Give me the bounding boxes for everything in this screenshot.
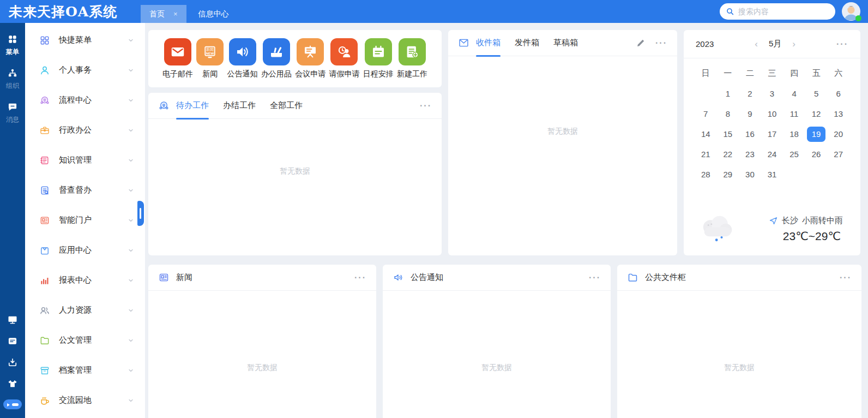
sidebar-item-smart-portal[interactable]: 智能门户 [25, 205, 145, 235]
chevron-down-icon [128, 37, 134, 44]
envelope-icon [458, 37, 469, 49]
calendar-day[interactable]: 9 [739, 104, 761, 124]
quick-item-office-supplies[interactable]: 办公用品 [261, 38, 292, 79]
compose-pencil-icon[interactable] [636, 38, 646, 47]
calendar-day[interactable]: 28 [695, 164, 717, 184]
tab-inbox[interactable]: 收件箱 [476, 30, 501, 56]
quick-item-label: 新闻 [202, 69, 218, 79]
sidebar-item-report-center[interactable]: 报表中心 [25, 265, 145, 295]
mail-empty-state: 暂无数据 [448, 56, 677, 255]
calendar-day[interactable]: 21 [695, 144, 717, 164]
sidebar-item-label: 行政办公 [59, 125, 92, 135]
calendar-day[interactable]: 23 [739, 144, 761, 164]
rail-item-menu[interactable]: 菜单 [6, 34, 19, 57]
calendar-day[interactable]: 2 [739, 83, 761, 104]
calendar-day[interactable]: 26 [805, 144, 828, 164]
tab-finished-work[interactable]: 办结工作 [223, 93, 256, 119]
monitor-icon[interactable] [7, 314, 18, 325]
sidebar-item-knowledge-mgmt[interactable]: 知识管理 [25, 145, 145, 175]
calendar-day[interactable]: 29 [717, 164, 739, 184]
calendar-day[interactable]: 8 [717, 104, 739, 124]
more-options-icon[interactable]: ··· [420, 101, 432, 110]
sidebar-item-personal-affairs[interactable]: 个人事务 [25, 55, 145, 85]
theme-shirt-icon[interactable] [7, 378, 18, 389]
quick-item-announcements[interactable]: 公告通知 [227, 38, 258, 79]
chevron-down-icon [128, 397, 134, 404]
tab-drafts[interactable]: 草稿箱 [553, 30, 578, 56]
next-month-icon[interactable]: › [792, 39, 795, 49]
more-options-icon[interactable]: ··· [354, 273, 366, 282]
quick-item-meeting-request[interactable]: 会议申请 [295, 38, 326, 79]
quick-item-news[interactable]: 新闻NEW 新闻 [196, 38, 224, 79]
calendar-day[interactable]: 13 [827, 104, 849, 124]
calendar-day[interactable]: 17 [761, 124, 783, 144]
quick-item-new-task[interactable]: 新建工作 [397, 38, 427, 79]
calendar-day[interactable]: 3 [761, 83, 783, 104]
weekday-label: 日 [695, 63, 717, 83]
grid-menu-icon [7, 34, 18, 45]
sidebar-item-admin-office[interactable]: 行政办公 [25, 115, 145, 145]
search-box[interactable] [720, 3, 835, 20]
calendar-day[interactable]: 18 [783, 124, 805, 144]
folder-icon [39, 335, 50, 346]
tab-all-work[interactable]: 全部工作 [270, 93, 303, 119]
calendar-day[interactable]: 15 [717, 124, 739, 144]
rail-collapse-toggle[interactable] [3, 399, 22, 409]
sidebar-item-exchange-forum[interactable]: 交流园地 [25, 385, 145, 415]
prev-month-icon[interactable]: ‹ [755, 39, 758, 49]
calendar-day[interactable]: 24 [761, 144, 783, 164]
calendar-day[interactable]: 12 [805, 104, 828, 124]
calendar-day[interactable]: 5 [805, 83, 828, 104]
left-rail: 菜单 组织 消息 [0, 23, 25, 418]
tab-outbox[interactable]: 发件箱 [515, 30, 539, 56]
sidebar-item-hr[interactable]: 人力资源 [25, 295, 145, 325]
calendar-day[interactable]: 25 [783, 144, 805, 164]
rail-item-org[interactable]: 组织 [6, 68, 19, 91]
calendar-day[interactable]: 6 [827, 83, 849, 104]
tab-home-close-icon[interactable]: × [173, 10, 178, 18]
tab-home[interactable]: 首页 × [141, 5, 186, 23]
quick-item-schedule[interactable]: 日程安排 [363, 38, 394, 79]
search-input[interactable] [738, 7, 829, 16]
rail-item-messages[interactable]: 消息 [6, 101, 19, 124]
calendar-day-selected[interactable]: 19 [807, 127, 825, 142]
chevron-down-icon [128, 307, 134, 314]
notes-card-icon[interactable] [7, 336, 18, 347]
todo-tabs: 待办工作 办结工作 全部工作 [176, 93, 303, 119]
tab-pending-work[interactable]: 待办工作 [176, 93, 209, 119]
more-options-icon[interactable]: ··· [836, 40, 848, 49]
sidebar-item-label: 应用中心 [59, 245, 92, 255]
weekday-label: 二 [739, 63, 761, 83]
avatar[interactable] [842, 2, 860, 21]
calendar-day[interactable]: 27 [827, 144, 849, 164]
tab-info-center[interactable]: 信息中心 [186, 5, 241, 23]
calendar-day[interactable]: 1 [717, 83, 739, 104]
sidebar-item-label: 智能门户 [59, 215, 92, 225]
sidebar-item-official-docs[interactable]: 公文管理 [25, 325, 145, 355]
sidebar-item-app-center[interactable]: 应用中心 [25, 235, 145, 265]
calendar-day[interactable]: 11 [783, 104, 805, 124]
quick-item-email[interactable]: 电子邮件 [162, 38, 193, 79]
calendar-day[interactable]: 10 [761, 104, 783, 124]
sidebar-item-supervision[interactable]: 督查督办 [25, 175, 145, 205]
quick-item-leave-request[interactable]: 请假申请 [329, 38, 359, 79]
more-options-icon[interactable]: ··· [655, 39, 667, 47]
sidebar-item-quick-menu[interactable]: 快捷菜单 [25, 25, 145, 55]
calendar-day[interactable]: 7 [695, 104, 717, 124]
sidebar-collapse-handle[interactable] [137, 201, 144, 226]
sidebar-item-label: 快捷菜单 [59, 35, 92, 45]
sidebar-item-archives[interactable]: 档案管理 [25, 355, 145, 385]
calendar-day[interactable]: 31 [761, 164, 783, 184]
download-icon[interactable] [7, 357, 18, 368]
more-options-icon[interactable]: ··· [840, 273, 852, 282]
calendar-day[interactable]: 22 [717, 144, 739, 164]
more-options-icon[interactable]: ··· [589, 273, 601, 282]
sidebar-item-workflow-center[interactable]: 流程中心 [25, 85, 145, 115]
calendar-day[interactable]: 14 [695, 124, 717, 144]
calendar-day[interactable]: 16 [739, 124, 761, 144]
calendar-day[interactable]: 30 [739, 164, 761, 184]
calendar-day [805, 164, 828, 184]
org-chart-icon [7, 68, 18, 79]
calendar-day[interactable]: 4 [783, 83, 805, 104]
calendar-day[interactable]: 20 [827, 124, 849, 144]
